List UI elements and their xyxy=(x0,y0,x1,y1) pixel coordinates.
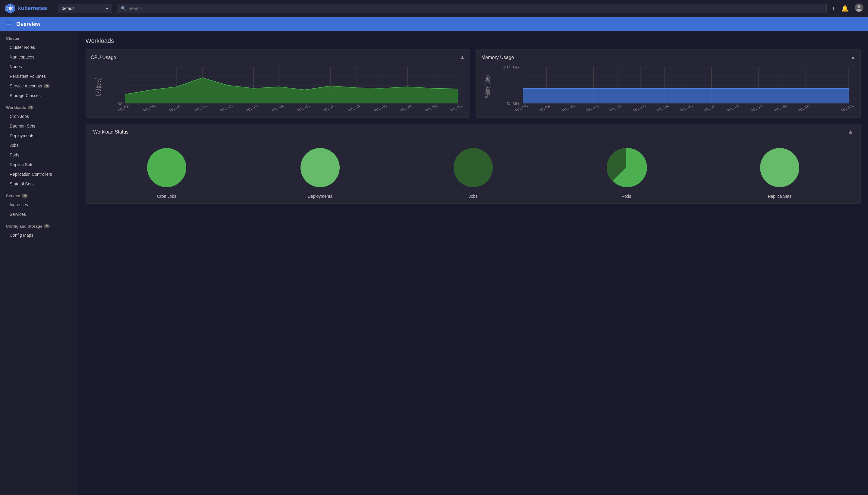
svg-text:01:20: 01:20 xyxy=(424,105,439,112)
svg-point-82 xyxy=(454,148,493,187)
svg-text:01:08: 01:08 xyxy=(116,105,132,112)
service-accounts-badge: N xyxy=(44,84,49,88)
svg-text:01:11: 01:11 xyxy=(193,105,209,112)
sidebar-item-services[interactable]: Services xyxy=(0,209,78,219)
logo-area: kubernetes xyxy=(5,3,53,14)
svg-text:0 Gi: 0 Gi xyxy=(507,102,519,105)
svg-text:01:16: 01:16 xyxy=(321,105,337,112)
status-collapse-button[interactable]: ▲ xyxy=(848,129,853,135)
pie-item-cron-jobs: Cron Jobs xyxy=(144,145,189,199)
pods-pie-chart xyxy=(604,145,649,190)
user-account-icon[interactable] xyxy=(855,3,863,13)
workloads-badge: N xyxy=(28,105,33,109)
svg-text:Memory (bytes): Memory (bytes) xyxy=(483,75,491,98)
hamburger-menu-icon[interactable]: ☰ xyxy=(6,20,12,28)
sidebar-item-deployments[interactable]: Deployments xyxy=(0,131,78,140)
svg-point-9 xyxy=(857,5,861,8)
service-badge: N xyxy=(22,194,28,198)
memory-chart-area: Memory (bytes) 10 Gi 0 Gi 01:08 01:09 01… xyxy=(481,64,856,113)
pie-item-replica-sets: Replica Sets xyxy=(757,145,802,199)
svg-text:01:10: 01:10 xyxy=(167,105,183,112)
sidebar-item-pods[interactable]: Pods xyxy=(0,150,78,160)
svg-text:01:13: 01:13 xyxy=(244,105,260,112)
workloads-section-label: Workloads N xyxy=(0,100,78,112)
sidebar-item-service-accounts[interactable]: Service Accounts N xyxy=(0,81,78,91)
svg-text:01:13: 01:13 xyxy=(631,105,647,112)
sidebar-item-replica-sets[interactable]: Replica Sets xyxy=(0,160,78,169)
svg-text:01:08: 01:08 xyxy=(514,105,529,112)
svg-text:01:15: 01:15 xyxy=(678,105,694,112)
sidebar-item-namespaces[interactable]: Namespaces xyxy=(0,52,78,62)
config-badge: N xyxy=(44,224,50,228)
jobs-pie-label: Jobs xyxy=(469,194,478,199)
cpu-chart-collapse-button[interactable]: ▲ xyxy=(459,54,465,61)
replica-sets-pie-label: Replica Sets xyxy=(768,194,792,199)
namespace-value: default xyxy=(62,6,74,11)
svg-point-81 xyxy=(300,148,340,187)
memory-chart-header: Memory Usage ▲ xyxy=(481,54,856,61)
svg-text:01:20: 01:20 xyxy=(796,105,812,112)
sidebar: Cluster Cluster Roles Namespaces Nodes P… xyxy=(0,31,79,495)
svg-point-84 xyxy=(760,148,799,187)
cron-jobs-pie-chart xyxy=(144,145,189,190)
svg-text:CPU (cores): CPU (cores) xyxy=(94,78,103,96)
svg-text:01:18: 01:18 xyxy=(372,105,388,112)
svg-text:01:15: 01:15 xyxy=(296,105,311,112)
nav-actions: + 🔔 xyxy=(832,3,863,13)
svg-text:01:18: 01:18 xyxy=(749,105,765,112)
workload-status-card: Workload Status ▲ Cron Jobs Deployments xyxy=(86,124,861,204)
notifications-icon[interactable]: 🔔 xyxy=(841,5,849,12)
cron-jobs-pie-label: Cron Jobs xyxy=(157,194,176,199)
svg-text:01:21: 01:21 xyxy=(839,105,855,112)
sidebar-item-ingresses[interactable]: Ingresses xyxy=(0,200,78,209)
replica-sets-pie-chart xyxy=(757,145,802,190)
svg-text:01:12: 01:12 xyxy=(219,105,234,112)
cpu-chart-svg: CPU (cores) 0 01:08 01:09 01:10 01:11 01… xyxy=(91,64,465,113)
cpu-chart-title: CPU Usage xyxy=(91,55,116,60)
sidebar-item-cron-jobs[interactable]: Cron Jobs xyxy=(0,112,78,121)
overview-bar: ☰ Overview xyxy=(0,17,868,31)
memory-chart-title: Memory Usage xyxy=(481,55,514,60)
sidebar-item-storage-classes[interactable]: Storage Classes xyxy=(0,91,78,100)
svg-text:01:16: 01:16 xyxy=(702,105,717,112)
sidebar-item-replication-controllers[interactable]: Replication Controllers xyxy=(0,169,78,179)
service-section-label: Service N xyxy=(0,189,78,200)
sidebar-item-config-maps[interactable]: Config Maps xyxy=(0,230,78,240)
top-nav: kubernetes default ▾ 🔍 + 🔔 xyxy=(0,0,868,17)
memory-chart-svg: Memory (bytes) 10 Gi 0 Gi 01:08 01:09 01… xyxy=(481,64,856,113)
svg-text:01:19: 01:19 xyxy=(773,105,788,112)
pie-item-deployments: Deployments xyxy=(297,145,343,199)
main-content: Workloads CPU Usage ▲ xyxy=(79,31,868,495)
sidebar-item-daemon-sets[interactable]: Daemon Sets xyxy=(0,121,78,131)
workload-status-title: Workload Status xyxy=(93,129,128,135)
search-bar[interactable]: 🔍 xyxy=(117,4,827,13)
svg-text:01:10: 01:10 xyxy=(560,105,576,112)
sidebar-item-jobs[interactable]: Jobs xyxy=(0,140,78,150)
add-button[interactable]: + xyxy=(832,5,835,12)
sidebar-item-cluster-roles[interactable]: Cluster Roles xyxy=(0,42,78,52)
chevron-down-icon: ▾ xyxy=(106,6,108,11)
svg-text:01:19: 01:19 xyxy=(398,105,414,112)
namespace-selector[interactable]: default ▾ xyxy=(58,4,112,13)
sidebar-item-stateful-sets[interactable]: Stateful Sets xyxy=(0,179,78,189)
workload-status-header: Workload Status ▲ xyxy=(93,129,853,139)
svg-text:0: 0 xyxy=(118,102,122,105)
svg-text:01:12: 01:12 xyxy=(608,105,624,112)
svg-text:01:14: 01:14 xyxy=(270,105,285,112)
svg-text:01:11: 01:11 xyxy=(584,105,600,112)
pods-pie-label: Pods xyxy=(622,194,631,199)
sidebar-item-persistent-volumes[interactable]: Persistent Volumes xyxy=(0,71,78,81)
svg-text:01:17: 01:17 xyxy=(726,105,742,112)
kubernetes-logo-icon xyxy=(5,3,16,14)
cpu-chart-area: CPU (cores) 0 01:08 01:09 01:10 01:11 01… xyxy=(91,64,465,113)
memory-chart-collapse-button[interactable]: ▲ xyxy=(850,54,856,61)
charts-row: CPU Usage ▲ xyxy=(86,49,861,118)
svg-point-1 xyxy=(9,7,12,10)
svg-text:10 Gi: 10 Gi xyxy=(503,66,520,69)
search-input[interactable] xyxy=(128,6,823,11)
workloads-section-title: Workloads xyxy=(86,37,861,44)
sidebar-item-nodes[interactable]: Nodes xyxy=(0,62,78,71)
svg-text:01:09: 01:09 xyxy=(537,105,553,112)
svg-text:01:21: 01:21 xyxy=(449,105,465,112)
svg-text:01:14: 01:14 xyxy=(655,105,671,112)
